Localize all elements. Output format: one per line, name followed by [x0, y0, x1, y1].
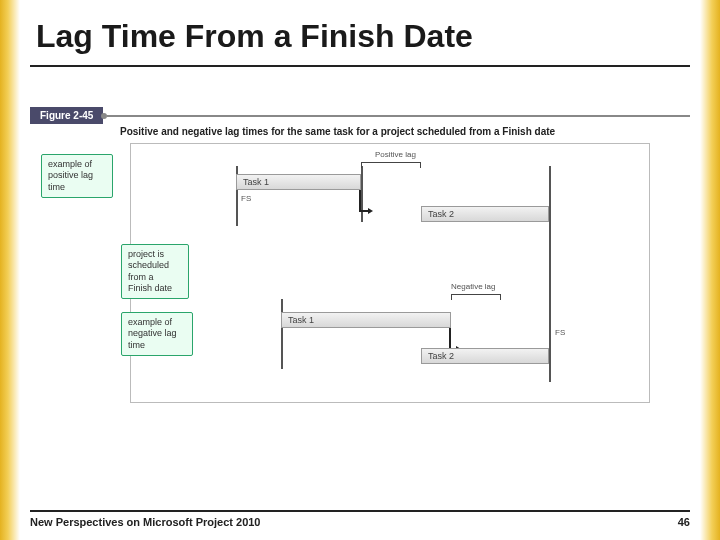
figure: Figure 2-45 Positive and negative lag ti… — [30, 107, 690, 403]
footer-text: New Perspectives on Microsoft Project 20… — [30, 516, 260, 528]
fs-link-bottom — [449, 328, 457, 350]
task1-bar-top: Task 1 — [236, 174, 361, 190]
timeline-finish — [549, 166, 551, 382]
negative-lag-label: Negative lag — [451, 282, 495, 291]
figure-header: Figure 2-45 — [30, 107, 690, 124]
figure-tag: Figure 2-45 — [30, 107, 103, 124]
decor-right-bar — [700, 0, 720, 540]
callout-negative-lag: example of negative lag time — [121, 312, 193, 356]
slide-footer: New Perspectives on Microsoft Project 20… — [30, 510, 690, 528]
task1-bar-bottom: Task 1 — [281, 312, 451, 328]
fs-label-bottom: FS — [555, 328, 565, 337]
task2-bar-bottom: Task 2 — [421, 348, 549, 364]
task1-label-bottom: Task 1 — [288, 315, 314, 325]
positive-lag-bracket — [361, 162, 421, 168]
callout-positive-lag: example of positive lag time — [41, 154, 113, 198]
slide-body: Lag Time From a Finish Date Figure 2-45 … — [30, 10, 690, 530]
figure-caption-rule — [107, 115, 690, 117]
decor-left-bar — [0, 0, 20, 540]
task2-bar-top: Task 2 — [421, 206, 549, 222]
slide-title: Lag Time From a Finish Date — [30, 10, 690, 67]
figure-diagram: example of positive lag time project is … — [130, 143, 650, 403]
fs-label-top: FS — [241, 194, 251, 203]
timeline-start-b — [281, 299, 283, 369]
positive-lag-label: Positive lag — [375, 150, 416, 159]
callout-scheduled-from-finish: project is scheduled from a Finish date — [121, 244, 189, 299]
fs-link-top — [359, 190, 369, 212]
figure-caption: Positive and negative lag times for the … — [40, 124, 690, 137]
page-number: 46 — [678, 516, 690, 528]
task2-label-bottom: Task 2 — [428, 351, 454, 361]
task2-label-top: Task 2 — [428, 209, 454, 219]
negative-lag-bracket — [451, 294, 501, 300]
task1-label-top: Task 1 — [243, 177, 269, 187]
